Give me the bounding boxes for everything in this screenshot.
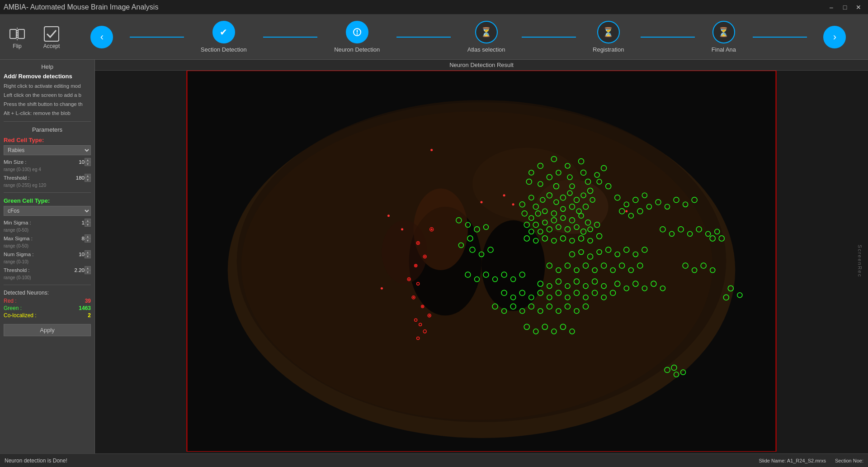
green-num-sigma-up[interactable]: ▲ (85, 250, 91, 254)
green-max-sigma-label: Max Sigma : (4, 236, 69, 241)
wizard-prev[interactable]: ‹ (90, 26, 113, 48)
wizard-divider-5 (753, 37, 807, 38)
flip-label: Flip (13, 43, 21, 49)
wizard-step-3-label: Atlas selection (467, 46, 505, 53)
wizard-step-registration[interactable]: ⏳ Registration (593, 21, 624, 53)
svg-point-34 (381, 287, 383, 290)
green-max-sigma-range: range (0-50) (4, 243, 91, 248)
red-min-size-value: 10 (69, 159, 85, 165)
red-threshold-spinner[interactable]: ▲ ▼ (85, 174, 91, 182)
sidebar-divider-1 (4, 121, 91, 122)
detected-colocalized-label: Co-localized : (4, 312, 37, 319)
sidebar-divider-2 (4, 192, 91, 193)
red-threshold-value: 180 (69, 175, 85, 181)
sidebar-divider-3 (4, 285, 91, 285)
detected-colocalized-count: 2 (88, 312, 91, 319)
svg-point-39 (430, 149, 433, 151)
wizard-divider-0 (130, 37, 184, 38)
red-cell-type-select[interactable]: Rabies (4, 145, 91, 155)
green-num-sigma-range: range (0-10) (4, 259, 91, 264)
status-message: Neuron detection is Done! (5, 457, 67, 464)
green-max-sigma-down[interactable]: ▼ (85, 238, 91, 243)
svg-point-16 (382, 220, 427, 284)
titlebar: AMBIA- Automated Mouse Brain Image Analy… (0, 0, 868, 14)
svg-point-36 (503, 194, 505, 196)
help-text-3: Press the shift button to change th (4, 100, 91, 108)
green-num-sigma-spinner[interactable]: ▲ ▼ (85, 250, 91, 258)
wizard-next-icon: › (823, 26, 846, 48)
detected-neurons-section: Detected Neurons: Red : 39 Green : 1463 … (4, 290, 91, 319)
wizard-step-final-ana[interactable]: ⏳ Final Ana (712, 21, 736, 53)
green-cell-type-select[interactable]: cFos (4, 206, 91, 216)
canvas-area: Neuron Detection Result (95, 60, 868, 453)
green-threshold-down[interactable]: ▼ (85, 270, 91, 274)
window-controls: – □ ✕ (826, 3, 864, 12)
accept-icon (42, 25, 61, 43)
svg-point-6 (356, 33, 358, 35)
help-text-1: Right click to activate editing mod (4, 82, 91, 90)
flip-button[interactable]: Flip (5, 23, 30, 51)
green-min-sigma-down[interactable]: ▼ (85, 223, 91, 227)
apply-button[interactable]: Apply (4, 324, 91, 336)
svg-point-38 (625, 210, 627, 212)
wizard-step-1-icon: ✔ (212, 21, 235, 43)
red-min-size-down[interactable]: ▼ (85, 162, 91, 166)
green-max-sigma-row: Max Sigma : 8 ▲ ▼ (4, 234, 91, 243)
main-content: Help Add/ Remove detections Right click … (0, 60, 868, 453)
parameters-title: Parameters (4, 126, 91, 133)
minimize-button[interactable]: – (826, 3, 837, 12)
detected-colocalized-row: Co-localized : 2 (4, 312, 91, 319)
help-text-2: Left click on the screen to add a b (4, 91, 91, 99)
red-min-size-spinner[interactable]: ▲ ▼ (85, 158, 91, 166)
red-threshold-label: Threshold : (4, 175, 69, 181)
green-threshold-row: Threshold : 2.20 ▲ ▼ (4, 266, 91, 274)
red-threshold-up[interactable]: ▲ (85, 174, 91, 178)
red-min-size-row: Min Size : 10 ▲ ▼ (4, 158, 91, 166)
maximize-button[interactable]: □ (839, 3, 851, 12)
green-threshold-range: range (0-100) (4, 275, 91, 280)
green-max-sigma-spinner[interactable]: ▲ ▼ (85, 234, 91, 243)
detected-green-label: Green : (4, 305, 22, 311)
section-number: Section Noe: (835, 458, 863, 463)
detected-red-label: Red : (4, 298, 17, 304)
svg-rect-0 (10, 29, 16, 38)
green-max-sigma-up[interactable]: ▲ (85, 234, 91, 238)
flip-icon (8, 25, 26, 43)
svg-point-32 (387, 214, 390, 217)
slide-name: Slide Name: A1_R24_S2.mrxs (759, 458, 826, 463)
wizard-step-neuron-detection[interactable]: Neuron Detection (334, 21, 380, 53)
green-threshold-spinner[interactable]: ▲ ▼ (85, 266, 91, 274)
screentec-watermark: ScreenRec (855, 243, 864, 279)
green-max-sigma-value: 8 (69, 236, 85, 241)
close-button[interactable]: ✕ (853, 3, 864, 12)
red-threshold-down[interactable]: ▼ (85, 178, 91, 182)
green-num-sigma-down[interactable]: ▼ (85, 254, 91, 258)
red-min-size-up[interactable]: ▲ (85, 158, 91, 162)
accept-button[interactable]: Accept (39, 23, 64, 51)
wizard-step-atlas-selection[interactable]: ⏳ Atlas selection (467, 21, 505, 53)
wizard-divider-1 (263, 37, 317, 38)
svg-rect-1 (18, 29, 24, 38)
green-min-sigma-spinner[interactable]: ▲ ▼ (85, 219, 91, 227)
statusbar: Neuron detection is Done! Slide Name: A1… (0, 453, 868, 467)
wizard-step-4-icon: ⏳ (597, 21, 620, 43)
green-threshold-value: 2.20 (69, 267, 85, 273)
wizard-next[interactable]: › (823, 26, 846, 48)
wizard-step-5-label: Final Ana (712, 46, 736, 53)
green-min-sigma-up[interactable]: ▲ (85, 219, 91, 223)
wizard-step-1-label: Section Detection (201, 46, 247, 53)
green-threshold-up[interactable]: ▲ (85, 266, 91, 270)
green-num-sigma-row: Num Sigma : 10 ▲ ▼ (4, 250, 91, 258)
wizard-step-3-icon: ⏳ (475, 21, 498, 43)
detected-red-row: Red : 39 (4, 298, 91, 304)
wizard-divider-2 (396, 37, 451, 38)
svg-point-35 (480, 201, 482, 203)
help-title: Help (4, 63, 91, 70)
svg-point-33 (401, 228, 403, 230)
wizard-step-5-icon: ⏳ (712, 21, 735, 43)
red-cell-type-label: Red Cell Type: (4, 137, 91, 143)
detected-green-row: Green : 1463 (4, 305, 91, 311)
wizard-step-section-detection[interactable]: ✔ Section Detection (201, 21, 247, 53)
brain-canvas[interactable]: ScreenRec (95, 71, 868, 452)
green-min-sigma-label: Min Sigma : (4, 220, 69, 225)
